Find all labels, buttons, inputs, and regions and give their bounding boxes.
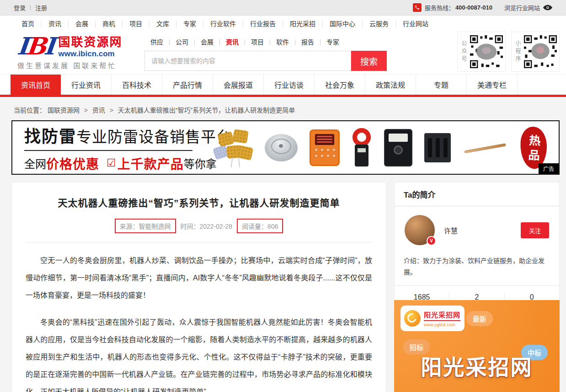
nav-item-library[interactable]: 文库 [150,21,176,27]
search-input[interactable] [144,51,351,71]
product-varistors-image [213,128,252,167]
banner-price-text: 价格优惠 [46,154,99,172]
breadcrumb: 当前位置： 国联资源网 > 资讯 > 天太机器人重磅推出“智巧”系列关节，让机器… [0,97,566,114]
logo-mark: IBI [16,34,54,58]
nav-item-industry-sites[interactable]: 行业网站 [396,21,435,27]
nav-item-sunshine[interactable]: 阳光采招 [283,21,323,27]
product-disc-thyristor-image [265,134,298,161]
search-tab-supply[interactable]: 供应 [144,39,170,45]
channel-tab-topics[interactable]: 专题 [416,75,467,95]
banner-product-images [207,121,559,174]
follow-button[interactable]: 关注 [521,222,549,238]
register-link[interactable]: 注册 [35,3,47,12]
site-url: www.ibicn.com [59,49,123,59]
phone-icon [413,3,422,12]
breadcrumb-news[interactable]: 资讯 [92,107,105,114]
article-time: 时间：2022-02-28 [180,221,233,231]
banner-products-text: 上千款产品 [117,154,184,172]
profile-card-title: Ta的简介 [395,183,559,206]
site-name: 国联资源网 [59,36,123,48]
ygbid-url: www.ygbid.com [424,322,460,327]
product-breaker-image [424,133,451,162]
ygbid-brand-name: 阳光采招网 [424,310,460,321]
channel-tab-tech[interactable]: 百科技术 [112,75,162,95]
channel-tab-meitong[interactable]: 美通专栏 [467,75,518,95]
ygbid-logo-icon [404,310,421,327]
search-tab-software[interactable]: 软件 [270,39,295,45]
nav-item-international[interactable]: 国际中心 [323,21,363,27]
search-tab-news[interactable]: 资讯 [220,39,245,45]
banner-text: 找防雷专业防雷设备销售平台 全网 价格优惠 ☑ 上千款产品 等你拿 [12,123,207,172]
product-copper-rod-image [463,139,507,157]
qr-code-image [524,35,557,68]
breadcrumb-current: 天太机器人重磅推出“智巧”系列关节，让机器人研发制造更简单 [118,107,295,114]
article-paragraph: 冬奥会的“黑科技”迅速在国外引起了轰动，众人震惊于我国智能机器人竟然能如此厉害！… [26,304,372,392]
site-logo[interactable]: IBI 国联资源网 www.ibicn.com 做生意谋发展 国联来帮忙 [17,34,139,70]
breadcrumb-home[interactable]: 国联资源网 [48,107,80,114]
breadcrumb-prefix: 当前位置： [14,107,46,114]
hotline-area: 服务热线： 400-0087-010 浏览行业网站 [413,3,552,12]
article-views: 阅读量：806 [237,219,283,233]
nav-item-business[interactable]: 商机 [96,21,123,27]
page: 登录 注册 服务热线： 400-0087-010 浏览行业网站 首页 资讯 会展… [0,0,566,392]
verified-badge: V [427,236,436,246]
article-card: 天太机器人重磅推出“智巧”系列关节，让机器人研发制造更简单 来源：智能制造网 时… [11,182,386,392]
channel-tab-expo-report[interactable]: 会展报道 [213,75,264,95]
search-tab-expert[interactable]: 专家 [320,39,345,45]
nav-item-software[interactable]: 行业软件 [203,21,243,27]
channel-tab-society[interactable]: 社会万象 [315,75,365,95]
search-button[interactable]: 搜索 [351,51,387,71]
author-name: 许慧 [444,226,521,235]
nav-item-expert[interactable]: 专家 [176,21,203,27]
eye-icon[interactable] [543,5,552,11]
ad-tag-label: 广告 [539,163,559,174]
main-nav: 首页 资讯 会展 商机 项目 文库 专家 行业软件 行业报告 阳光采招 国际中心… [0,16,566,32]
channel-nav: 资讯首页 行业资讯 百科技术 产品行情 会展报道 行业访谈 社会万象 政策法规 … [0,74,566,97]
author-intro: 介绍：致力于为涂装、饮料产业链服务，助企业发展。 [395,250,559,285]
divider [24,150,192,151]
channel-tab-interview[interactable]: 行业访谈 [264,75,315,95]
channel-tab-news-home[interactable]: 资讯首页 [11,75,61,95]
hotline-label: 服务热线： [425,3,454,12]
product-tester-image [310,129,340,166]
channel-tab-market[interactable]: 产品行情 [162,75,213,95]
nav-item-expo[interactable]: 会展 [69,21,96,27]
lightning-ad-banner[interactable]: 找防雷专业防雷设备销售平台 全网 价格优惠 ☑ 上千款产品 等你拿 [11,120,560,175]
article-paragraph: 空无一人的冬奥会厨房里，机器人炒菜、调制饮品一手操办；比赛场中，云端实时合成“子… [26,242,372,304]
nav-item-news[interactable]: 资讯 [42,21,69,27]
search-tab-expo[interactable]: 会展 [195,39,220,45]
product-multimeter-image [384,129,412,166]
article-title: 天太机器人重磅推出“智巧”系列关节，让机器人研发制造更简单 [26,183,372,209]
channel-tab-industry-news[interactable]: 行业资讯 [61,75,112,95]
article-meta: 来源：智能制造网 时间：2022-02-28 阅读量：806 [26,219,372,233]
nav-item-home[interactable]: 首页 [15,21,42,27]
hotline-number: 400-0087-010 [455,4,492,11]
top-bar: 登录 注册 服务热线： 400-0087-010 浏览行业网站 [0,0,566,16]
login-link[interactable]: 登录 [14,3,26,12]
ygbid-big-title: 阳光采招网 [394,350,560,381]
channel-tab-policy[interactable]: 政策法规 [365,75,416,95]
divider [30,5,31,11]
qr-area: 公众号 小程序 [457,32,560,72]
search-tab-report[interactable]: 报告 [295,39,320,45]
search-area: 供应 公司 会展 资讯 项目 软件 报告 专家 搜索 [144,37,394,71]
bubble-latest: 最新 [466,311,493,326]
product-clamp-meter-image [352,128,372,167]
banner-brand: 找防雷 [24,127,76,146]
search-tab-project[interactable]: 项目 [245,39,270,45]
sunshine-bidding-ad[interactable]: 阳光采招网 www.ygbid.com 最新 招标 中标 阳光采招网 [394,300,560,392]
search-tabs: 供应 公司 会展 资讯 项目 软件 报告 专家 [144,37,394,47]
channel-nav-filler [518,75,566,95]
article-source: 来源：智能制造网 [115,219,176,233]
author-avatar[interactable]: V [405,215,435,245]
browse-sites-link[interactable]: 浏览行业网站 [504,3,540,12]
nav-item-report[interactable]: 行业报告 [243,21,283,27]
ygbid-logo: 阳光采招网 www.ygbid.com [400,306,465,331]
nav-item-project[interactable]: 项目 [123,21,150,27]
qr-box-miniprogram: 小程序 [511,32,560,72]
qr-label: 小程序 [514,40,522,64]
site-header: IBI 国联资源网 www.ibicn.com 做生意谋发展 国联来帮忙 供应 … [0,32,566,74]
qr-code-image [470,35,503,68]
search-tab-company[interactable]: 公司 [170,39,195,45]
nav-item-cloud[interactable]: 云服务 [363,21,396,27]
